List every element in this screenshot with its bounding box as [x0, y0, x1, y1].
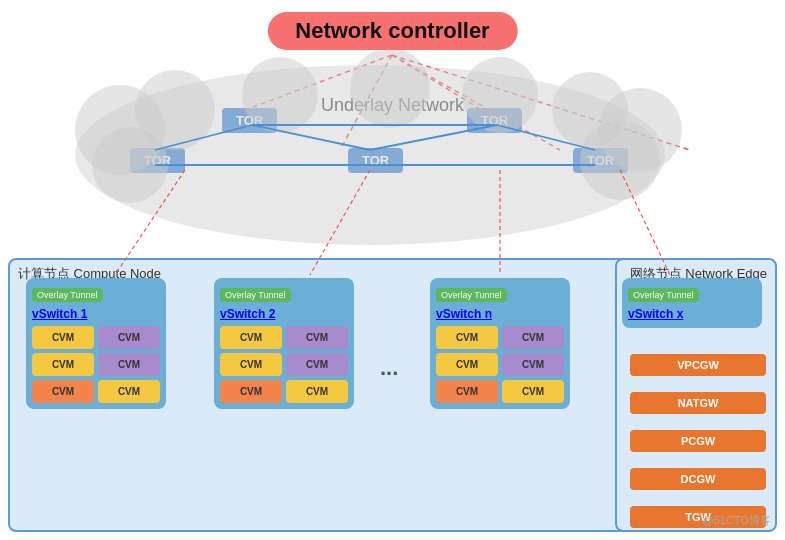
cvm-box: CVM: [436, 380, 498, 403]
cvm-box: CVM: [220, 380, 282, 403]
overlay-tunnel-badge-x: Overlay Tunnel: [628, 288, 699, 302]
cvm-box: CVM: [286, 380, 348, 403]
cvm-box: CVM: [98, 326, 160, 349]
cvm-box: CVM: [286, 326, 348, 349]
tor-box-2: TOR: [467, 108, 522, 133]
gw-dcgw: DCGW: [630, 468, 766, 490]
cvm-box: CVM: [32, 380, 94, 403]
svg-point-11: [552, 72, 628, 148]
overlay-tunnel-badge-n: Overlay Tunnel: [436, 288, 507, 302]
vswitch-label-n: vSwitch n: [436, 307, 492, 321]
overlay-tunnel-badge-2: Overlay Tunnel: [220, 288, 291, 302]
tor-box-4: TOR: [348, 148, 403, 173]
svg-point-9: [350, 48, 430, 128]
watermark: @51CTO博客: [703, 513, 771, 528]
cvm-box: CVM: [98, 353, 160, 376]
network-controller-badge: Network controller: [267, 12, 517, 50]
gw-vpcgw: VPCGW: [630, 354, 766, 376]
vswitch-panel-x: Overlay Tunnel vSwitch x: [622, 278, 762, 328]
cvm-box: CVM: [502, 353, 564, 376]
cvm-box: CVM: [502, 380, 564, 403]
cvm-box: CVM: [436, 326, 498, 349]
cvm-grid-2: CVM CVM CVM CVM CVM CVM: [220, 326, 348, 403]
cvm-grid-1: CVM CVM CVM CVM CVM CVM: [32, 326, 160, 403]
vswitch-label-x: vSwitch x: [628, 307, 683, 321]
underlay-label: Underlay Network: [321, 95, 464, 116]
gw-pcgw: PCGW: [630, 430, 766, 452]
vswitch-panel-2: Overlay Tunnel vSwitch 2 CVM CVM CVM CVM…: [214, 278, 354, 409]
vswitch-panel-1: Overlay Tunnel vSwitch 1 CVM CVM CVM CVM…: [26, 278, 166, 409]
overlay-tunnel-badge-1: Overlay Tunnel: [32, 288, 103, 302]
cvm-box: CVM: [502, 326, 564, 349]
vswitch-label-1: vSwitch 1: [32, 307, 87, 321]
tor-box-3: TOR: [130, 148, 185, 173]
tor-box-5: TOR: [573, 148, 628, 173]
ellipsis: ...: [380, 355, 398, 381]
vswitch-label-2: vSwitch 2: [220, 307, 275, 321]
cvm-grid-n: CVM CVM CVM CVM CVM CVM: [436, 326, 564, 403]
vswitch-panel-n: Overlay Tunnel vSwitch n CVM CVM CVM CVM…: [430, 278, 570, 409]
tor-box-1: TOR: [222, 108, 277, 133]
cvm-box: CVM: [98, 380, 160, 403]
cvm-box: CVM: [286, 353, 348, 376]
gw-natgw: NATGW: [630, 392, 766, 414]
svg-point-7: [135, 70, 215, 150]
cvm-box: CVM: [436, 353, 498, 376]
cvm-box: CVM: [32, 353, 94, 376]
cvm-box: CVM: [220, 353, 282, 376]
cvm-box: CVM: [220, 326, 282, 349]
cvm-box: CVM: [32, 326, 94, 349]
